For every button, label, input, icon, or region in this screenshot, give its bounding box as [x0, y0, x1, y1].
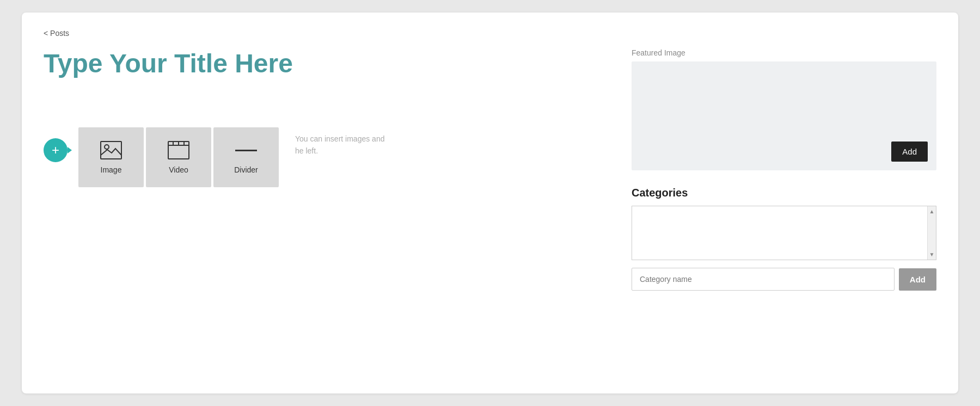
block-option-video[interactable]: Video [146, 127, 211, 187]
scroll-down-arrow[interactable]: ▼ [928, 250, 936, 259]
category-name-input[interactable] [632, 268, 895, 291]
video-icon [168, 140, 189, 160]
back-label: < Posts [44, 29, 69, 38]
featured-image-area: Add [632, 61, 936, 170]
category-add-button[interactable]: Add [899, 268, 936, 291]
categories-list[interactable]: ▲ ▼ [632, 206, 936, 260]
sidebar: Featured Image Add Categories ▲ ▼ A [632, 48, 936, 377]
categories-label: Categories [632, 187, 936, 199]
hint-line2: he left. [295, 146, 318, 155]
editor-hint-text: You can insert images and he left. [295, 133, 384, 157]
scrollbar: ▲ ▼ [927, 206, 936, 260]
featured-image-section: Featured Image Add [632, 48, 936, 170]
editor-area: Type Your Title Here [44, 48, 610, 377]
block-option-image[interactable]: Image [78, 127, 144, 187]
categories-list-inner [632, 206, 936, 211]
featured-image-label: Featured Image [632, 48, 936, 57]
block-option-image-label: Image [101, 165, 122, 174]
svg-rect-8 [235, 150, 257, 151]
add-image-button[interactable]: Add [891, 142, 928, 162]
block-option-divider-label: Divider [234, 165, 258, 174]
image-icon [100, 140, 122, 160]
back-link[interactable]: < Posts [44, 29, 936, 38]
category-add-row: Add [632, 268, 936, 291]
content-area: Type Your Title Here [44, 48, 936, 377]
svg-rect-0 [101, 142, 121, 159]
svg-point-1 [105, 145, 109, 149]
post-title[interactable]: Type Your Title Here [44, 48, 610, 78]
add-block-button[interactable] [44, 138, 68, 162]
block-option-video-label: Video [169, 165, 188, 174]
hint-line1: You can insert images and [295, 134, 384, 143]
categories-section: Categories ▲ ▼ Add [632, 187, 936, 291]
block-option-divider[interactable]: Divider [213, 127, 279, 187]
divider-icon [235, 140, 257, 160]
page-container: < Posts Type Your Title Here [22, 13, 958, 393]
editor-body: Image [44, 95, 610, 187]
scroll-up-arrow[interactable]: ▲ [928, 207, 936, 216]
block-options-panel: Image [78, 127, 279, 187]
